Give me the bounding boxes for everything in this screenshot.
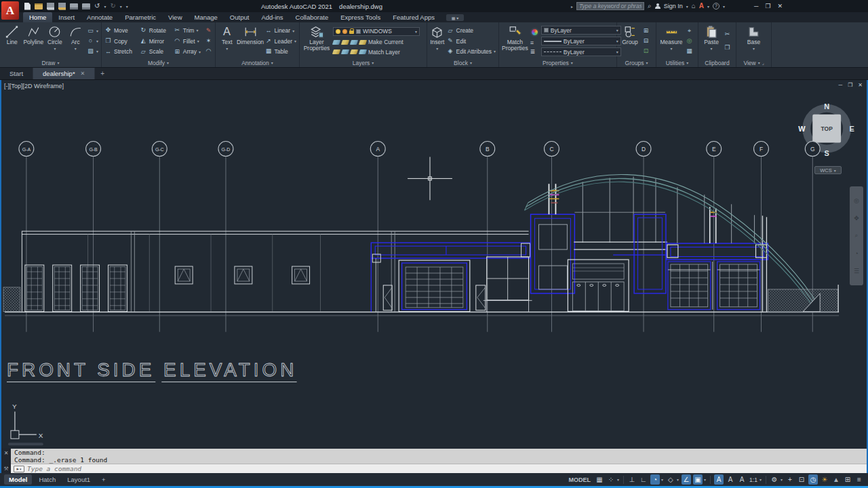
annotation-visibility-toggle[interactable]: A: [714, 474, 724, 485]
tab-output[interactable]: Output: [224, 12, 256, 22]
panel-label-view[interactable]: View▾⌟: [736, 58, 771, 67]
hardware-acceleration[interactable]: ☀: [820, 474, 829, 485]
linetype-dropdown[interactable]: ByLayer▾: [541, 47, 621, 56]
base-button[interactable]: Base ▾: [741, 24, 766, 58]
ellipse-flyout[interactable]: ○▾: [87, 38, 98, 44]
command-input[interactable]: [27, 465, 864, 472]
viewport-close-icon[interactable]: ✕: [858, 82, 863, 88]
paste-button[interactable]: Paste ▾: [701, 24, 722, 58]
tab-manage[interactable]: Manage: [189, 12, 224, 22]
minimize-button[interactable]: ─: [754, 3, 758, 9]
workspace-switching[interactable]: ⚙: [770, 474, 779, 485]
tab-addins[interactable]: Add-ins: [255, 12, 289, 22]
tab-annotate[interactable]: Annotate: [81, 12, 119, 22]
layer-combo-dropdown-icon[interactable]: ▾: [415, 29, 417, 34]
erase-button[interactable]: ✎: [205, 28, 212, 34]
panel-label-block[interactable]: Block▾: [427, 58, 498, 67]
customization-menu[interactable]: ≡: [854, 474, 864, 485]
mirror-button[interactable]: ◭Mirror: [140, 38, 168, 45]
edit-block-button[interactable]: ✎Edit: [447, 38, 496, 45]
viewport-restore-icon[interactable]: ❐: [848, 82, 852, 88]
navigation-bar[interactable]: ◎ ✥ ⌕ ◔ ☰: [850, 186, 863, 285]
lineweight-dropdown[interactable]: ByLayer▾: [541, 37, 621, 45]
group-select-button[interactable]: ⊡: [642, 48, 650, 54]
annotation-scale-value[interactable]: 1:1: [749, 474, 758, 485]
explode-button[interactable]: ✶: [205, 38, 212, 44]
search-expand-icon[interactable]: ▸: [571, 4, 573, 9]
move-button[interactable]: ✥Move: [104, 27, 134, 34]
clean-screen[interactable]: ▲: [831, 474, 841, 485]
viewport-minimize-icon[interactable]: ─: [838, 82, 842, 88]
array-button[interactable]: ⊞Array▾: [174, 48, 203, 55]
panel-label-annotation[interactable]: Annotation▾: [216, 58, 299, 67]
redo-icon[interactable]: ↻: [110, 3, 115, 9]
fullscreen-toggle[interactable]: ⊞: [843, 474, 852, 485]
model-space-toggle[interactable]: MODEL: [568, 476, 591, 483]
tab-parametric[interactable]: Parametric: [119, 12, 162, 22]
help-dropdown-icon[interactable]: ▾: [723, 4, 725, 9]
autocad-logo-icon[interactable]: A: [1, 1, 19, 20]
isodraft-toggle[interactable]: ◇: [666, 474, 675, 485]
isolate-objects[interactable]: ⊡: [797, 474, 806, 485]
layout-tab-hatch[interactable]: Hatch: [34, 474, 60, 485]
panel-label-draw[interactable]: Draw▾: [0, 58, 101, 67]
plot-icon[interactable]: [70, 3, 78, 9]
viewcube-west[interactable]: W: [798, 125, 806, 133]
nav-wheel-icon[interactable]: ◎: [854, 197, 859, 204]
signin-dropdown-icon[interactable]: ▾: [686, 4, 688, 9]
wcs-dropdown[interactable]: WCS▾: [814, 166, 842, 174]
insert-button[interactable]: Insert ▾: [430, 24, 445, 58]
layout-tab-model[interactable]: Model: [4, 474, 32, 485]
ribbon-state-button[interactable]: ▦▾: [446, 14, 464, 21]
layer-color-swatch[interactable]: [356, 29, 361, 34]
sign-in-link[interactable]: Sign In: [664, 3, 683, 9]
leader-button[interactable]: ↗Leader▾: [265, 38, 296, 45]
rectangle-flyout[interactable]: ▭▾: [87, 28, 98, 34]
viewcube-south[interactable]: S: [825, 149, 829, 157]
viewport-controls[interactable]: [-][Top][2D Wireframe]: [4, 83, 64, 89]
grid-display-toggle[interactable]: ▦: [595, 474, 604, 485]
scale-dropdown-icon[interactable]: ▾: [760, 477, 762, 482]
viewcube-east[interactable]: E: [849, 125, 854, 133]
tab-collaborate[interactable]: Collaborate: [290, 12, 335, 22]
group-edit-button[interactable]: ⊟: [642, 38, 650, 44]
offset-button[interactable]: ◠: [205, 48, 212, 54]
nav-menu-icon[interactable]: ☰: [854, 268, 859, 274]
save-icon[interactable]: [47, 3, 54, 10]
dimension-button[interactable]: Dimension: [238, 24, 263, 58]
cut-clip-button[interactable]: ✂: [724, 31, 731, 37]
linear-button[interactable]: ↔Linear▾: [265, 27, 296, 34]
viewcube-top-face[interactable]: TOP: [821, 125, 833, 132]
table-button[interactable]: ▦Table: [265, 48, 296, 55]
circle-button[interactable]: Circle ▾: [45, 24, 64, 58]
panel-label-properties[interactable]: Properties▾: [499, 58, 616, 67]
layout-tab-layout1[interactable]: Layout1: [62, 474, 95, 485]
polyline-button[interactable]: Polyline: [23, 24, 43, 58]
layer-combo[interactable]: WINDOWS ▾: [333, 27, 420, 36]
infer-constraints-toggle[interactable]: ⊥: [627, 474, 637, 485]
drawing-canvas[interactable]: TOP N S W E: [0, 80, 868, 449]
measure-button[interactable]: Measure ▾: [659, 24, 684, 58]
scale-button[interactable]: ▱Scale: [140, 48, 168, 55]
autodesk-a-icon[interactable]: A: [699, 3, 704, 9]
print-icon[interactable]: [82, 3, 90, 9]
file-tab-close-icon[interactable]: ✕: [81, 70, 85, 77]
layer-freeze-icon[interactable]: [342, 29, 347, 34]
arc-button[interactable]: Arc ▾: [66, 24, 85, 58]
new-drawing-tab-button[interactable]: +: [95, 68, 110, 79]
panel-label-clipboard[interactable]: Clipboard: [698, 58, 736, 67]
app-store-cart-icon[interactable]: ⌂: [692, 3, 696, 9]
fillet-button[interactable]: ◠Fillet▾: [174, 38, 203, 45]
trim-button[interactable]: ✂Trim▾: [174, 27, 203, 34]
workspace-dropdown-icon[interactable]: ▾: [781, 477, 783, 482]
stretch-button[interactable]: ↔Stretch: [104, 48, 134, 55]
rotate-button[interactable]: ↻Rotate: [140, 27, 168, 34]
canvas-scrollbar[interactable]: [8, 443, 43, 445]
zoom-icon[interactable]: ⌕: [854, 232, 858, 239]
match-properties-button[interactable]: Match Properties: [502, 24, 528, 58]
copy-clip-button[interactable]: ❐: [724, 45, 731, 51]
new-file-icon[interactable]: [24, 3, 31, 10]
orbit-icon[interactable]: ◔: [854, 250, 858, 257]
autotrack-toggle[interactable]: ∠: [682, 474, 691, 485]
graphics-performance[interactable]: ◷: [808, 474, 818, 485]
